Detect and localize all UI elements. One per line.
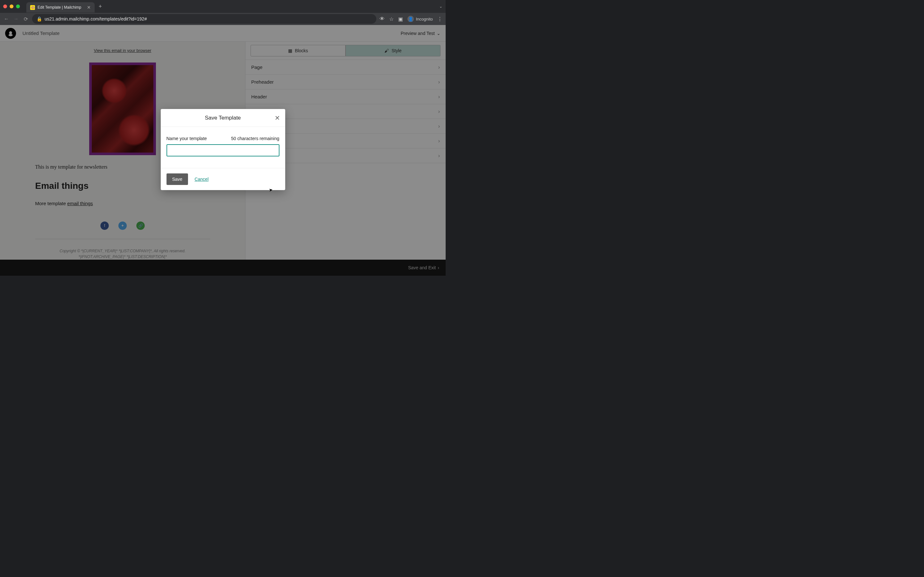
close-icon[interactable]: ✕ <box>275 114 280 122</box>
template-name-input[interactable] <box>166 144 279 156</box>
lock-icon: 🔒 <box>37 16 42 21</box>
input-label: Name your template <box>166 136 207 141</box>
tab-title: Edit Template | Mailchimp <box>37 5 81 10</box>
modal-overlay[interactable]: Save Template ✕ Name your template 50 ch… <box>0 25 446 276</box>
minimize-window-button[interactable] <box>10 5 13 8</box>
mailchimp-favicon: 🐵 <box>30 5 35 10</box>
close-window-button[interactable] <box>3 5 7 8</box>
new-tab-button[interactable]: + <box>99 3 102 10</box>
kebab-menu-icon[interactable]: ⋮ <box>437 16 443 22</box>
reload-button[interactable]: ⟳ <box>23 16 29 22</box>
modal-title: Save Template <box>205 115 241 121</box>
save-button[interactable]: Save <box>166 173 188 185</box>
tabs-dropdown-icon[interactable]: ⌄ <box>439 4 443 9</box>
address-actions: 👁 ☆ ▣ 👤 Incognito ⋮ <box>380 16 443 22</box>
incognito-indicator[interactable]: 👤 Incognito <box>407 16 433 22</box>
mouse-cursor: ➤ <box>268 187 273 193</box>
cancel-button[interactable]: Cancel <box>194 177 208 182</box>
incognito-icon: 👤 <box>407 16 414 22</box>
address-bar: ← → ⟳ 🔒 us21.admin.mailchimp.com/templat… <box>0 13 446 25</box>
url-text: us21.admin.mailchimp.com/templates/edit?… <box>45 16 147 21</box>
close-tab-icon[interactable]: ✕ <box>87 5 91 10</box>
back-button[interactable]: ← <box>3 16 10 22</box>
maximize-window-button[interactable] <box>16 5 20 8</box>
url-input[interactable]: 🔒 us21.admin.mailchimp.com/templates/edi… <box>32 14 376 24</box>
input-label-row: Name your template 50 characters remaini… <box>166 136 279 141</box>
incognito-label: Incognito <box>416 17 433 21</box>
modal-header: Save Template ✕ <box>161 109 285 127</box>
panel-icon[interactable]: ▣ <box>398 16 403 22</box>
save-template-modal: Save Template ✕ Name your template 50 ch… <box>161 109 285 190</box>
window-controls <box>3 5 20 8</box>
star-icon[interactable]: ☆ <box>389 16 394 22</box>
browser-tab-bar: 🐵 Edit Template | Mailchimp ✕ + ⌄ <box>0 0 446 13</box>
forward-button[interactable]: → <box>13 16 19 22</box>
char-count: 50 characters remaining <box>231 136 279 141</box>
modal-body: Name your template 50 characters remaini… <box>161 127 285 168</box>
browser-tab[interactable]: 🐵 Edit Template | Mailchimp ✕ <box>26 2 95 13</box>
eye-off-icon[interactable]: 👁 <box>380 16 384 22</box>
modal-footer: Save Cancel <box>161 168 285 190</box>
